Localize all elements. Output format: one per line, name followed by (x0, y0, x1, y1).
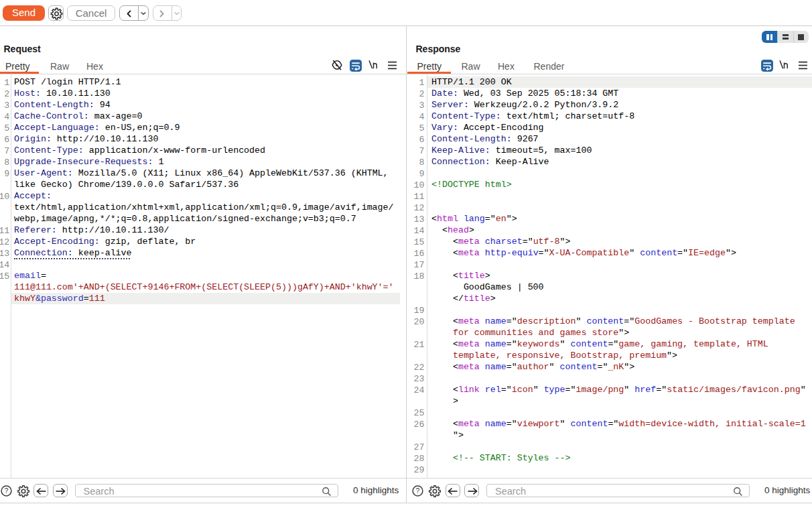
svg-text:?: ? (416, 487, 420, 495)
svg-text:?: ? (4, 487, 8, 495)
